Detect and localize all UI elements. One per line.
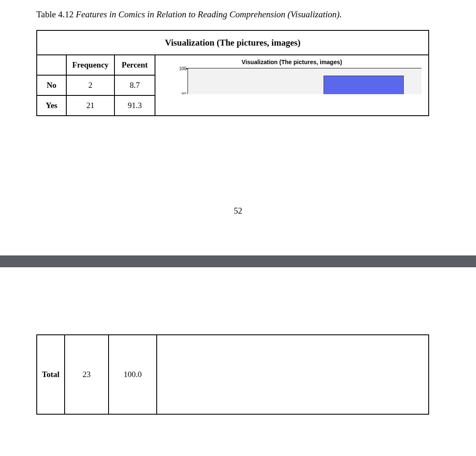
total-percent: 100.0: [109, 335, 157, 414]
table-caption-label: Table 4.12: [36, 9, 73, 19]
row-pct-yes: 91.3: [114, 95, 155, 116]
bar-chart: Visualization (The pictures, images) 100…: [155, 55, 428, 94]
row-pct-no: 8.7: [114, 75, 155, 95]
y-tick-80: 80: [174, 92, 186, 95]
page-break-bar: [0, 255, 476, 267]
chart-cell: Visualization (The pictures, images) 100…: [155, 55, 429, 116]
table-title-cell: Visualization (The pictures, images): [37, 30, 429, 55]
document-page: Table 4.12 Features in Comics in Relatio…: [0, 0, 476, 456]
table-caption-title: Features in Comics in Relation to Readin…: [76, 9, 342, 19]
data-table-bottom: Total 23 100.0: [36, 334, 429, 415]
header-frequency: Frequency: [66, 55, 114, 75]
page-number: 52: [0, 206, 476, 216]
row-freq-no: 2: [66, 75, 114, 95]
bar-yes: [324, 76, 404, 94]
header-percent: Percent: [114, 55, 155, 75]
table-row: Total 23 100.0: [37, 335, 429, 414]
total-label: Total: [37, 335, 65, 414]
table-caption: Table 4.12 Features in Comics in Relatio…: [36, 9, 342, 20]
y-tick-100: 100: [174, 66, 186, 71]
data-table-top: Visualization (The pictures, images) Fre…: [36, 30, 429, 116]
chart-plot-area: 100 80: [188, 68, 422, 94]
chart-title: Visualization (The pictures, images): [155, 59, 428, 65]
row-label-yes: Yes: [37, 95, 66, 116]
total-blank-cell: [157, 335, 429, 414]
row-freq-yes: 21: [66, 95, 114, 116]
row-label-no: No: [37, 75, 66, 95]
y-tick-mark-100: [186, 68, 188, 69]
total-frequency: 23: [65, 335, 109, 414]
header-blank: [37, 55, 66, 75]
